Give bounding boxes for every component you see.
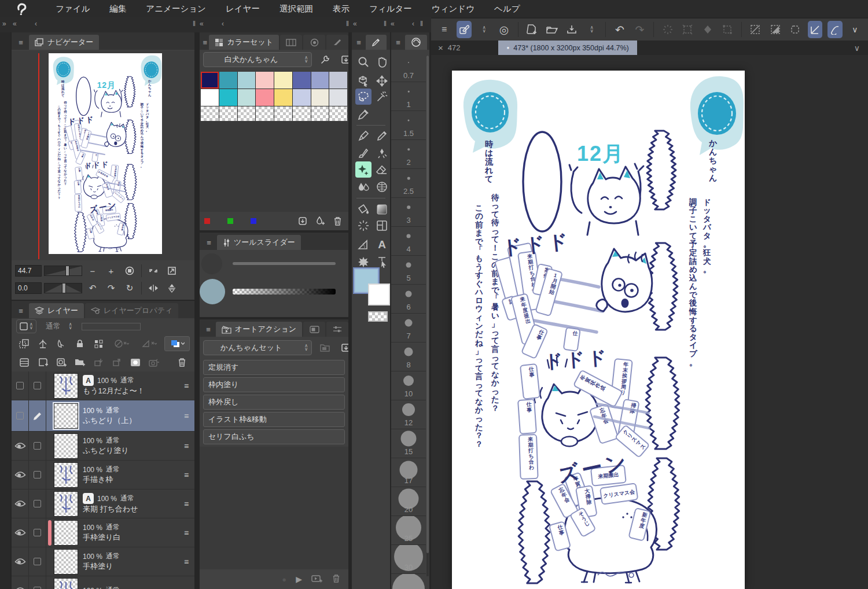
layer-editing-pencil-icon[interactable] xyxy=(29,400,46,431)
brush-size-1[interactable]: 1 xyxy=(391,82,426,111)
brush-size-17[interactable]: 17 xyxy=(391,458,426,487)
auto-action-item-3[interactable]: イラスト枠&移動 xyxy=(203,412,345,427)
tab-navigator[interactable]: ナビゲーター xyxy=(29,35,99,50)
brush-size-scrollbar[interactable] xyxy=(426,56,429,576)
navigator-menu-icon[interactable]: ≡ xyxy=(14,35,28,50)
brush-size-slider[interactable] xyxy=(233,262,336,265)
color-swatch[interactable] xyxy=(311,89,329,106)
pencil-tool[interactable] xyxy=(374,128,390,144)
color-swatch[interactable] xyxy=(293,72,311,89)
main-menu-button[interactable]: ≡ xyxy=(437,21,451,38)
tab-auto-action[interactable]: オートアクション xyxy=(216,322,302,337)
layer-checkbox[interactable] xyxy=(29,576,46,589)
tab-list-chevron[interactable]: ∨ xyxy=(854,43,860,53)
layer-checkbox[interactable] xyxy=(29,489,46,518)
tab-layer-property[interactable]: レイヤープロパティ xyxy=(85,303,178,318)
zoom-in-button[interactable]: + xyxy=(103,264,119,278)
move-layer-tool[interactable] xyxy=(374,73,390,89)
auto-action-item-0[interactable]: 定規消す xyxy=(203,360,345,375)
brush-size-15[interactable]: 15 xyxy=(391,429,426,458)
save-file-button[interactable] xyxy=(564,21,579,38)
layer-thumbnail[interactable] xyxy=(54,520,78,546)
panel-collapse-collapse_in[interactable]: « xyxy=(13,20,17,28)
panel-collapse-collapse_out[interactable]: » xyxy=(2,20,6,28)
brush-size-menu-icon[interactable]: ≡ xyxy=(392,35,404,50)
layer-row-menu-icon[interactable]: ≡ xyxy=(178,470,194,480)
panel-collapse-chevron_left[interactable]: ‹ xyxy=(35,20,37,28)
menu-item-5[interactable]: 表示 xyxy=(333,3,350,14)
delete-action-button[interactable] xyxy=(332,574,340,585)
color-set-menu-icon[interactable]: ≡ xyxy=(202,35,208,50)
replace-color-button[interactable] xyxy=(295,213,310,229)
brush-size-10[interactable]: 10 xyxy=(391,371,426,400)
menu-item-6[interactable]: フィルター xyxy=(369,3,412,14)
fill-tool[interactable] xyxy=(355,201,372,218)
panel-collapse-collapse_in[interactable]: « xyxy=(353,20,357,28)
ruler-tool[interactable] xyxy=(355,237,372,253)
layer-thumbnail[interactable] xyxy=(54,462,78,488)
lock-layer-button[interactable] xyxy=(72,336,88,351)
liquify-tool[interactable] xyxy=(374,179,390,195)
navigator-view-frame[interactable] xyxy=(38,53,39,259)
brush-tool[interactable] xyxy=(355,145,372,161)
hand-tool[interactable] xyxy=(374,54,390,70)
menu-item-2[interactable]: アニメーション xyxy=(146,3,206,14)
panel-collapse-panel_bar[interactable]: ‖ xyxy=(193,20,196,28)
tab-tool-slider[interactable]: ツールスライダー xyxy=(217,235,301,250)
zoom-reset-button[interactable] xyxy=(122,264,138,278)
transparent-swatch[interactable] xyxy=(329,106,347,121)
layer-visibility-eye-icon[interactable] xyxy=(12,547,29,576)
play-action-button[interactable]: ▶ xyxy=(296,575,302,584)
convert-fill-selection-button[interactable] xyxy=(768,21,782,38)
menu-item-8[interactable]: ヘルプ xyxy=(494,3,520,14)
zoom-slider[interactable] xyxy=(44,266,82,276)
new-raster-layer-button[interactable] xyxy=(35,355,51,370)
layer-row-menu-icon[interactable]: ≡ xyxy=(178,441,194,451)
enable-mask-button[interactable] xyxy=(109,336,134,351)
rgb-chip[interactable] xyxy=(251,218,256,224)
open-clip-studio-button[interactable]: ◎ xyxy=(496,21,511,38)
menu-item-7[interactable]: ウィンドウ xyxy=(432,3,475,14)
operation-tool[interactable] xyxy=(355,73,372,89)
deselect-button[interactable] xyxy=(660,21,675,38)
panel-collapse-chevron_left[interactable]: ‹ xyxy=(412,20,414,28)
brush-size-4[interactable]: 4 xyxy=(391,227,426,256)
layer-thumbnail[interactable] xyxy=(54,549,78,575)
layer-visibility-eye-icon[interactable] xyxy=(12,489,29,518)
blend-tool[interactable] xyxy=(355,179,372,195)
snap-to-ruler-button[interactable] xyxy=(808,21,822,38)
layer-row-menu-icon[interactable]: ≡ xyxy=(178,381,194,391)
layer-checkbox[interactable] xyxy=(29,461,46,489)
canvas-viewport[interactable] xyxy=(431,55,868,589)
actual-size-button[interactable] xyxy=(164,264,180,278)
opacity-slider[interactable] xyxy=(82,323,141,330)
layer-row-7[interactable]: 100 %通常≡ xyxy=(12,576,194,589)
flip-horizontal-button[interactable] xyxy=(145,281,161,295)
tool-opacity-slider[interactable] xyxy=(233,289,336,294)
transparent-swatch[interactable] xyxy=(219,106,237,121)
blend-mode-select[interactable]: 通常 ∧∨ xyxy=(41,319,77,333)
color-swatch[interactable] xyxy=(219,89,237,106)
command-bar-expand-chevron[interactable]: ∨ xyxy=(848,21,862,38)
selection-launcher-button[interactable] xyxy=(788,21,802,38)
zoom-out-button[interactable]: − xyxy=(84,264,101,278)
tab-brush-size[interactable] xyxy=(405,35,427,50)
new-action-set-button[interactable] xyxy=(318,340,333,355)
zoom-tool[interactable] xyxy=(355,54,372,70)
new-vector-layer-button[interactable] xyxy=(53,355,69,370)
tab-layer[interactable]: レイヤー xyxy=(29,303,84,318)
brush-size-5[interactable]: 5 xyxy=(391,256,426,285)
brush-size-1.5[interactable]: 1.5 xyxy=(391,111,426,140)
brush-size-7[interactable]: 7 xyxy=(391,314,426,343)
color-swatch[interactable] xyxy=(274,72,292,89)
transparent-swatch[interactable] xyxy=(311,106,329,121)
layer-row-menu-icon[interactable]: ≡ xyxy=(178,499,194,509)
layer-row-menu-icon[interactable]: ≡ xyxy=(178,528,194,538)
brush-size-12[interactable]: 12 xyxy=(391,400,426,429)
draft-layer-button[interactable] xyxy=(53,336,69,351)
open-file-button[interactable] xyxy=(545,21,559,38)
text-tool[interactable]: A xyxy=(374,237,390,253)
transparent-swatch[interactable] xyxy=(274,106,292,121)
menu-item-0[interactable]: ファイル xyxy=(56,3,90,14)
color-swatch[interactable] xyxy=(256,72,274,89)
